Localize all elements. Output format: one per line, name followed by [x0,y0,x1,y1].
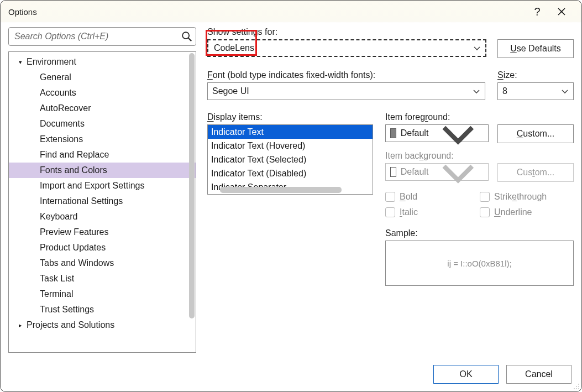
cancel-label: Cancel [525,369,553,379]
show-settings-label: Show settings for: [207,27,574,37]
list-item[interactable]: Indicator Text [208,125,373,139]
tree-item-accounts[interactable]: Accounts [9,85,196,101]
chevron-down-icon [471,86,481,96]
tree-item-label: Extensions [40,134,83,144]
tree-item-general[interactable]: General [9,70,196,85]
tree-item-label: Accounts [40,88,76,98]
window-title: Options [8,7,525,17]
tree-item-fonts-colors[interactable]: Fonts and Colors [9,163,196,178]
close-button[interactable] [549,1,574,23]
display-items-listbox[interactable]: Indicator Text Indicator Text (Hovered) … [207,124,373,195]
font-select[interactable]: Segoe UI [207,82,485,100]
tree-item-label: Trust Settings [40,305,94,315]
sample-box: ij = I::oO(0xB81l); [385,241,574,286]
tree-item-extensions[interactable]: Extensions [9,132,196,147]
svg-point-5 [574,388,575,389]
tree-item-terminal[interactable]: Terminal [9,286,196,302]
tree-item-label: General [40,72,71,82]
tree-item-international[interactable]: International Settings [9,194,196,209]
list-item-label: Indicator Text [211,127,264,137]
tree-scrollbar[interactable] [189,53,195,351]
options-dialog: Options ? ▾ Environment Ge [0,0,582,392]
left-panel: ▾ Environment General Accounts AutoRecov… [8,27,196,353]
bold-checkbox[interactable]: Bold [385,192,417,202]
tree-item-documents[interactable]: Documents [9,116,196,132]
chevron-down-icon: ▾ [17,59,24,66]
underline-checkbox[interactable]: Underline [480,207,574,217]
resize-grip-icon[interactable] [572,382,580,390]
tree-item-label: Import and Export Settings [40,181,144,191]
display-items-label: Display items: [207,112,373,122]
tree-item-label: AutoRecover [40,103,91,113]
list-item[interactable]: Indicator Text (Disabled) [208,166,373,180]
tree-item-environment[interactable]: ▾ Environment [9,54,196,70]
sample-label: Sample: [385,228,574,238]
settings-panel: Show settings for: CodeLens Use Defaults… [207,27,574,353]
checkbox-box [480,207,490,217]
tree-item-label: Projects and Solutions [27,320,114,330]
tree-item-label: Environment [27,57,76,67]
foreground-select[interactable]: Default [385,124,489,142]
tree-item-task-list[interactable]: Task List [9,271,196,286]
tree-item-label: Keyboard [40,212,78,222]
color-swatch [390,167,396,177]
tree-item-keyboard[interactable]: Keyboard [9,209,196,224]
tree-item-trust-settings[interactable]: Trust Settings [9,302,196,317]
tree-item-projects-solutions[interactable]: ▸ Projects and Solutions [9,317,196,333]
category-tree[interactable]: ▾ Environment General Accounts AutoRecov… [8,51,196,353]
ok-label: OK [459,369,472,379]
tree-item-tabs-windows[interactable]: Tabs and Windows [9,255,196,271]
svg-point-7 [578,388,579,389]
size-value: 8 [502,86,507,96]
search-input[interactable] [8,27,196,46]
tree-item-import-export[interactable]: Import and Export Settings [9,178,196,194]
tree-item-product-updates[interactable]: Product Updates [9,240,196,255]
foreground-custom-button[interactable]: Custom... [497,124,574,143]
size-label: Size: [497,70,574,80]
list-item-label: Indicator Text (Hovered) [211,141,305,151]
show-settings-value: CodeLens [213,43,254,53]
checkbox-box [385,207,395,217]
tree-item-label: Preview Features [40,227,109,237]
tree-item-label: International Settings [40,196,123,206]
tree-item-label: Fonts and Colors [40,165,107,175]
tree-item-label: Terminal [40,289,73,299]
scrollbar-thumb[interactable] [189,53,195,318]
listbox-hscroll[interactable] [209,187,371,193]
search-icon [181,30,193,43]
foreground-value: Default [401,128,429,138]
cancel-button[interactable]: Cancel [506,365,571,384]
titlebar: Options ? [1,1,581,23]
font-label: Font (bold type indicates fixed-width fo… [207,70,485,80]
checkbox-box [385,192,395,202]
close-icon [557,7,566,16]
color-swatch [390,128,396,138]
tree-item-autorecover[interactable]: AutoRecover [9,101,196,116]
chevron-right-icon: ▸ [17,322,24,329]
tree-item-preview-features[interactable]: Preview Features [9,224,196,240]
dialog-footer: OK Cancel [433,365,571,384]
tree-item-label: Find and Replace [40,150,109,160]
search-wrap [8,27,196,46]
svg-point-3 [576,386,577,387]
chevron-down-icon [433,147,484,197]
list-item[interactable]: Indicator Text (Selected) [208,153,373,166]
svg-point-2 [578,384,579,385]
size-select[interactable]: 8 [497,82,574,100]
font-value: Segoe UI [212,86,249,96]
list-item-label: Indicator Text (Selected) [211,155,306,165]
ok-button[interactable]: OK [433,365,499,384]
tree-item-find-replace[interactable]: Find and Replace [9,147,196,163]
use-defaults-button[interactable]: Use Defaults [497,39,574,58]
italic-checkbox[interactable]: Italic [385,207,418,217]
svg-point-4 [578,386,579,387]
sample-text: ij = I::oO(0xB81l); [447,259,511,268]
help-button[interactable]: ? [525,1,549,23]
strikethrough-checkbox[interactable]: Strikethrough [480,192,574,202]
show-settings-select[interactable]: CodeLens [207,39,486,57]
list-item-label: Indicator Text (Disabled) [211,169,306,179]
background-select: Default [385,163,489,181]
list-item[interactable]: Indicator Text (Hovered) [208,139,373,153]
chevron-down-icon [560,86,570,96]
scrollbar-thumb[interactable] [220,187,342,193]
